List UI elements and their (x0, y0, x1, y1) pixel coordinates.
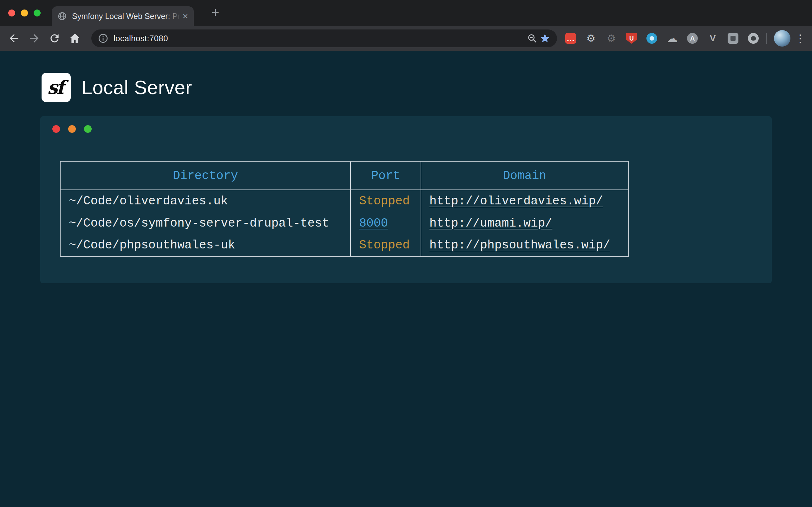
page-info-icon[interactable] (98, 33, 108, 44)
directory-cell: ~/Code/oliverdavies.uk (60, 190, 351, 212)
extension-gear-light-icon[interactable]: ⚙ (586, 33, 596, 44)
browser-menu-button[interactable]: ⋮ (792, 30, 808, 47)
extension-blue-circle-icon[interactable] (647, 33, 657, 44)
domain-link[interactable]: http://phpsouthwales.wip/ (429, 238, 610, 252)
extension-letter-a-icon[interactable]: A (687, 33, 698, 44)
back-arrow-icon (8, 32, 20, 45)
window-close-button[interactable] (8, 9, 15, 16)
extension-window-inner (730, 36, 735, 41)
forward-arrow-icon (28, 32, 41, 45)
bookmark-button[interactable] (539, 32, 551, 45)
window-zoom-button[interactable] (34, 9, 41, 16)
tab-favicon-globe-icon (57, 11, 67, 21)
zoom-level-button[interactable] (526, 32, 539, 45)
table-header-row: Directory Port Domain (60, 161, 628, 190)
panel-window-dots (52, 125, 92, 133)
directory-cell: ~/Code/os/symfony-server-drupal-test (60, 212, 351, 234)
page-title: Local Server (82, 76, 192, 99)
window-controls (8, 9, 41, 16)
server-panel: Directory Port Domain ~/Code/oliverdavie… (40, 116, 772, 283)
toolbar-separator (766, 33, 767, 44)
browser-tab[interactable]: Symfony Local Web Server: Prox × (52, 6, 194, 26)
panel-green-dot (84, 125, 92, 133)
port-status: Stopped (351, 234, 421, 257)
window-minimize-button[interactable] (21, 9, 28, 16)
new-tab-button[interactable]: + (207, 4, 224, 21)
brand-header: sf Local Server (42, 73, 192, 102)
url-text[interactable]: localhost:7080 (113, 34, 526, 43)
extension-cloud-icon[interactable]: ☁ (667, 33, 677, 44)
column-header-directory: Directory (60, 161, 351, 190)
zoom-magnifier-icon (527, 33, 537, 43)
extension-letter-v-icon[interactable]: V (707, 33, 718, 44)
profile-avatar[interactable] (774, 30, 791, 47)
back-button[interactable] (5, 30, 23, 47)
reload-icon (49, 32, 61, 44)
extension-blue-dot (650, 36, 654, 41)
address-bar[interactable]: localhost:7080 (91, 30, 557, 47)
tab-strip: Symfony Local Web Server: Prox × + (0, 0, 812, 26)
domain-link[interactable]: http://oliverdavies.wip/ (429, 194, 603, 208)
extension-icons: … ⚙ ⚙ U ☁ A V (565, 33, 759, 44)
extension-red-dots-icon[interactable]: … (565, 33, 576, 44)
symfony-logo: sf (42, 73, 71, 102)
bookmark-star-icon (540, 33, 550, 44)
table-row: ~/Code/oliverdavies.uk Stopped http://ol… (60, 190, 628, 212)
panel-orange-dot (68, 125, 76, 133)
browser-window: Symfony Local Web Server: Prox × + (0, 0, 812, 51)
home-icon (68, 32, 81, 45)
extension-ublock-icon[interactable]: U (626, 33, 637, 44)
browser-toolbar: localhost:7080 … ⚙ ⚙ U ☁ A V (0, 26, 812, 51)
table-row: ~/Code/os/symfony-server-drupal-test 800… (60, 212, 628, 234)
tab-close-icon[interactable]: × (183, 11, 188, 21)
forward-button[interactable] (26, 30, 43, 47)
column-header-port: Port (351, 161, 421, 190)
extension-window-icon[interactable] (728, 33, 739, 44)
extension-github-icon[interactable] (748, 33, 759, 44)
port-status: Stopped (351, 190, 421, 212)
reload-button[interactable] (46, 30, 63, 47)
domain-link[interactable]: http://umami.wip/ (429, 216, 553, 230)
port-link[interactable]: 8000 (359, 216, 388, 230)
tab-title: Symfony Local Web Server: Prox (72, 11, 181, 21)
panel-red-dot (52, 125, 60, 133)
servers-table: Directory Port Domain ~/Code/oliverdavie… (60, 161, 629, 257)
table-row: ~/Code/phpsouthwales-uk Stopped http://p… (60, 234, 628, 257)
home-button[interactable] (66, 30, 84, 47)
extension-github-inner (751, 36, 756, 41)
page-content: sf Local Server Directory Port Domain (0, 51, 812, 507)
directory-cell: ~/Code/phpsouthwales-uk (60, 234, 351, 257)
column-header-domain: Domain (421, 161, 628, 190)
extension-gear-dark-icon[interactable]: ⚙ (606, 33, 617, 44)
